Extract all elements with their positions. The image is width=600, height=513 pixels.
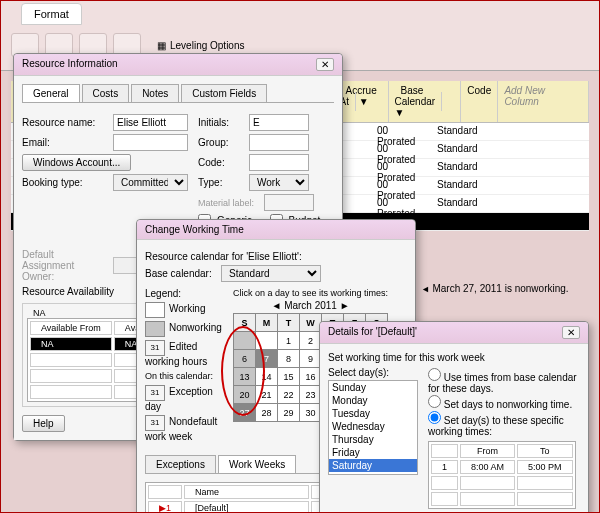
format-tab[interactable]: Format <box>21 3 82 25</box>
booking-type-select[interactable]: Committed <box>113 174 188 191</box>
tab-exceptions[interactable]: Exceptions <box>145 455 216 473</box>
resinfo-tabs: General Costs Notes Custom Fields <box>22 84 334 103</box>
email-input[interactable] <box>113 134 188 151</box>
tab-custom[interactable]: Custom Fields <box>181 84 267 102</box>
initials-input[interactable] <box>249 114 309 131</box>
col-code[interactable]: Code <box>461 81 498 122</box>
details-dialog: Details for '[Default]'✕ Set working tim… <box>319 321 589 513</box>
leveling-icon: ▦ <box>157 40 166 51</box>
resource-name-input[interactable] <box>113 114 188 131</box>
tab-costs[interactable]: Costs <box>82 84 130 102</box>
opt-basecal[interactable]: Use times from base calendar for these d… <box>428 368 580 394</box>
col-basecal[interactable]: Base Calendar ▼ <box>389 81 462 122</box>
help-button[interactable]: Help <box>22 415 65 432</box>
nonworking-message: ◄ March 27, 2011 is nonworking. <box>421 283 569 294</box>
dialog-title: Details for '[Default]' <box>328 326 417 339</box>
base-calendar-select[interactable]: Standard <box>221 265 321 282</box>
close-icon[interactable]: ✕ <box>316 58 334 71</box>
dialog-title: Change Working Time <box>145 224 244 235</box>
group-input[interactable] <box>249 134 309 151</box>
tab-notes[interactable]: Notes <box>131 84 179 102</box>
opt-nonworking[interactable]: Set days to nonworking time. <box>428 395 580 410</box>
working-times-grid[interactable]: FromTo 18:00 AM5:00 PM <box>428 441 576 509</box>
type-select[interactable]: Work <box>249 174 309 191</box>
close-icon[interactable]: ✕ <box>562 326 580 339</box>
edited-legend-icon: 31 <box>145 340 165 356</box>
tab-general[interactable]: General <box>22 84 80 102</box>
col-addnew[interactable]: Add New Column <box>498 81 589 122</box>
material-label-input <box>264 194 314 211</box>
code-input[interactable] <box>249 154 309 171</box>
nonworking-legend-icon <box>145 321 165 337</box>
nondefault-legend-icon: 31 <box>145 415 165 431</box>
working-legend-icon <box>145 302 165 318</box>
opt-specific[interactable]: Set day(s) to these specific working tim… <box>428 411 580 437</box>
exception-legend-icon: 31 <box>145 385 165 401</box>
tab-workweeks[interactable]: Work Weeks <box>218 455 296 473</box>
windows-account-button[interactable]: Windows Account... <box>22 154 131 171</box>
dialog-title: Resource Information <box>22 58 118 71</box>
days-listbox[interactable]: Sunday Monday Tuesday Wednesday Thursday… <box>328 380 418 475</box>
